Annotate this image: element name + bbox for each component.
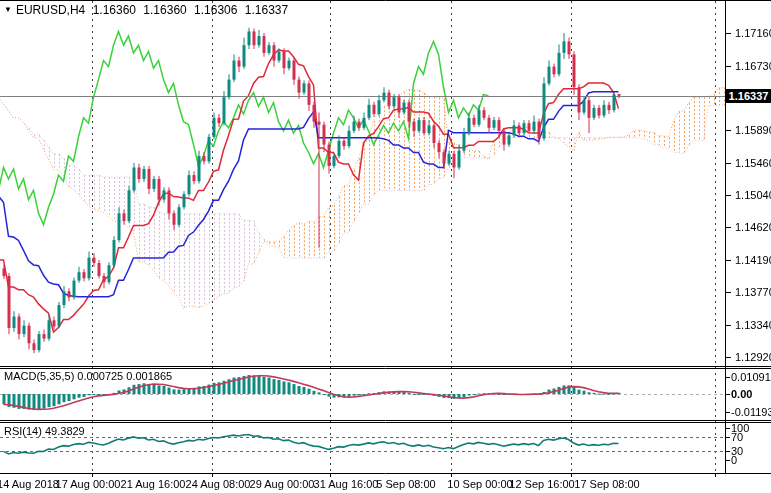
time-axis-label: 5 Sep 08:00	[376, 478, 435, 490]
time-axis-label: 24 Aug 08:00	[186, 478, 251, 490]
time-axis-label: 12 Sep 16:00	[509, 478, 574, 490]
price-axis-label: 1.14620	[735, 221, 771, 233]
ohlc-close: 1.16337	[245, 3, 288, 17]
price-axis-label: 1.16730	[735, 60, 771, 72]
time-axis-label: 29 Aug 00:00	[250, 478, 315, 490]
rsi-label: RSI(14) 49.3829	[4, 425, 85, 437]
macd-value-signal: 0.001865	[126, 370, 172, 382]
rsi-name: RSI(14)	[4, 425, 42, 437]
macd-value-main: 0.000725	[77, 370, 123, 382]
macd-axis-zero: 0.00	[731, 388, 752, 400]
macd-axis-bottom: -0.011935	[731, 406, 771, 418]
price-axis-label: 1.15460	[735, 157, 771, 169]
time-axis-label: 21 Aug 16:00	[121, 478, 186, 490]
price-axis-label: 1.17160	[735, 27, 771, 39]
price-axis-label: 1.12920	[735, 351, 771, 363]
rsi-axis-70: 70	[731, 431, 743, 443]
time-axis-label: 10 Sep 00:00	[447, 478, 512, 490]
price-axis-label: 1.15040	[735, 189, 771, 201]
macd-name: MACD(5,35,5)	[4, 370, 74, 382]
macd-label: MACD(5,35,5) 0.000725 0.001865	[4, 370, 172, 382]
rsi-value: 49.3829	[45, 425, 85, 437]
rsi-separator[interactable]	[0, 420, 771, 422]
price-axis-label: 1.13770	[735, 286, 771, 298]
rsi-axis-0: 0	[731, 454, 737, 466]
chart-window: ▼EURUSD,H4 1.16360 1.16360 1.16306 1.163…	[0, 0, 771, 493]
macd-separator[interactable]	[0, 366, 771, 368]
time-axis-label: 14 Aug 2018	[0, 478, 59, 490]
price-axis-label: 1.13340	[735, 319, 771, 331]
ohlc-low: 1.16306	[194, 3, 237, 17]
time-axis-label: 17 Aug 00:00	[56, 478, 121, 490]
ohlc-high: 1.16360	[143, 3, 186, 17]
chart-title: ▼EURUSD,H4 1.16360 1.16360 1.16306 1.163…	[4, 3, 292, 17]
price-axis-label: 1.14190	[735, 254, 771, 266]
symbol-timeframe: EURUSD,H4	[16, 3, 85, 17]
price-axis-label: 1.15890	[735, 124, 771, 136]
current-price-tag: 1.16337	[726, 89, 771, 103]
time-axis-label: 31 Aug 16:00	[314, 478, 379, 490]
symbol-dropdown-icon[interactable]: ▼	[4, 5, 12, 14]
macd-axis-top: 0.010911	[731, 371, 771, 383]
time-axis-label: 17 Sep 08:00	[574, 478, 639, 490]
ohlc-open: 1.16360	[93, 3, 136, 17]
